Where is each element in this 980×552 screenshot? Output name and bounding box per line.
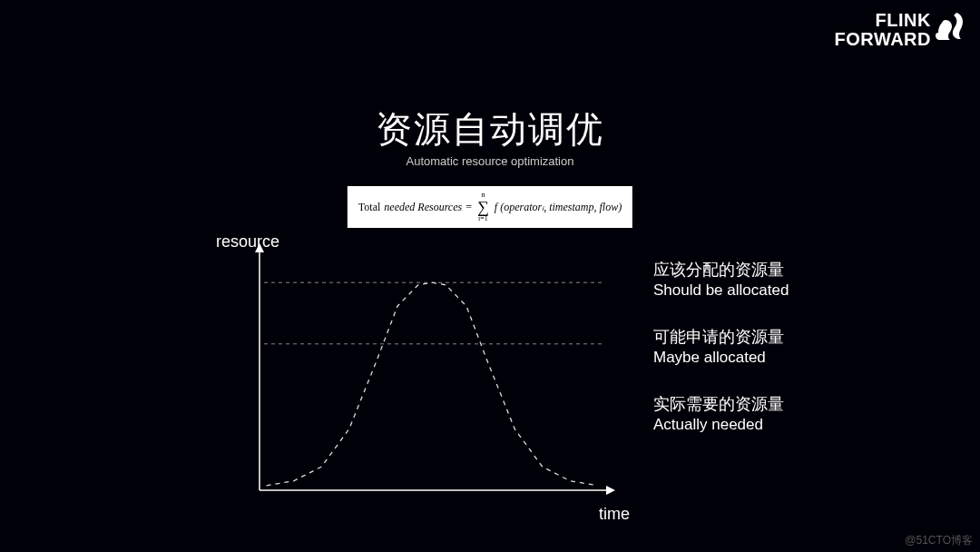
- flink-forward-logo: FLINK FORWARD: [835, 11, 964, 49]
- slide-title: 资源自动调优: [0, 104, 980, 154]
- sigma-icon: n ∑ i=1: [477, 192, 489, 222]
- formula-eq: =: [466, 201, 472, 214]
- legend-should-be-allocated: 应该分配的资源量 Should be allocated: [653, 260, 789, 301]
- legend-zh: 应该分配的资源量: [653, 260, 789, 281]
- legend-zh: 实际需要的资源量: [653, 394, 784, 415]
- legend-en: Should be allocated: [653, 281, 789, 301]
- chart-svg: [223, 236, 622, 508]
- legend-en: Actually needed: [653, 415, 784, 435]
- legend-en: Maybe allocated: [653, 348, 784, 368]
- squirrel-icon: [935, 11, 964, 44]
- legend-maybe-allocated: 可能申请的资源量 Maybe allocated: [653, 327, 784, 368]
- legend-zh: 可能申请的资源量: [653, 327, 784, 348]
- logo-line1: FLINK: [835, 11, 931, 30]
- resource-chart: [223, 236, 622, 508]
- legend-actually-needed: 实际需要的资源量 Actually needed: [653, 394, 784, 435]
- formula-rhs: f (operatorᵢ, timestamp, flow): [495, 201, 622, 214]
- formula-lhs-italic: needed Resources: [384, 201, 462, 214]
- formula-lhs-prefix: Total: [358, 201, 381, 214]
- logo-line2: FORWARD: [835, 30, 931, 49]
- watermark: @51CTO博客: [905, 533, 973, 548]
- slide-subtitle: Automatic resource optimization: [0, 154, 980, 168]
- formula: Total needed Resources = n ∑ i=1 f (oper…: [348, 186, 632, 228]
